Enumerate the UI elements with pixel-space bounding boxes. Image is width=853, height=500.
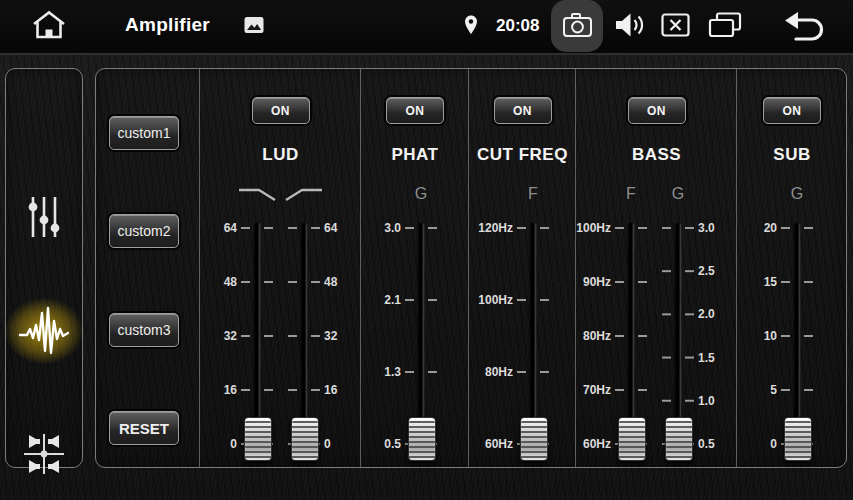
lud-left-scale: 64 48 32 16 0	[191, 221, 237, 451]
scale-label: 2.0	[698, 307, 715, 321]
scale-label: 16	[224, 383, 237, 397]
lud-slider-right: 64 48 32 16 0	[244, 181, 364, 467]
scale-label: 70Hz	[583, 383, 611, 397]
gain-header: G	[737, 185, 853, 203]
home-icon[interactable]	[30, 9, 68, 45]
scale-label: 48	[224, 275, 237, 289]
scale-label: 3.0	[384, 221, 401, 235]
scale-label: 2.5	[698, 264, 715, 278]
channel-bass: ON BASS F 100Hz 90Hz 80Hz 70Hz 60Hz G 3.…	[575, 69, 737, 467]
close-window-icon[interactable]	[661, 13, 690, 41]
scale-label: 1.0	[698, 394, 715, 408]
volume-icon[interactable]	[613, 11, 645, 42]
custom3-button[interactable]: custom3	[109, 313, 179, 347]
waveform-icon	[18, 303, 70, 359]
scale-label: 48	[324, 275, 337, 289]
scale-label: 32	[324, 329, 337, 343]
scale-label: 15	[764, 275, 777, 289]
scale-label: 100Hz	[478, 293, 513, 307]
scale-label: 0.5	[384, 437, 401, 451]
scale-label: 60Hz	[583, 437, 611, 451]
cutfreq-title: CUT FREQ	[469, 145, 576, 165]
scale-label: 5	[770, 383, 777, 397]
custom2-button[interactable]: custom2	[109, 214, 179, 248]
scale-label: 0	[230, 437, 237, 451]
sub-title: SUB	[737, 145, 847, 165]
reset-button[interactable]: RESET	[109, 411, 179, 445]
scale-label: 32	[224, 329, 237, 343]
scale-label: 20	[764, 221, 777, 235]
clock: 20:08	[496, 16, 539, 36]
sub-on-button[interactable]: ON	[763, 97, 821, 124]
bass-gain-slider-knob[interactable]	[665, 417, 693, 461]
scale-label: 90Hz	[583, 275, 611, 289]
scale-label: 0.5	[698, 437, 715, 451]
scale-label: 1.3	[384, 365, 401, 379]
phat-title: PHAT	[361, 145, 469, 165]
presets-column: custom1 custom2 custom3 RESET	[96, 69, 199, 467]
location-icon[interactable]	[463, 14, 479, 39]
tick-marks	[405, 227, 414, 445]
gain-header: G	[618, 185, 738, 203]
tick-marks	[540, 227, 549, 445]
scale-label: 16	[324, 383, 337, 397]
cutfreq-slider-knob[interactable]	[520, 417, 548, 461]
phat-gain-slider: G 3.0 2.1 1.3 0.5	[361, 181, 481, 467]
tick-marks	[288, 227, 297, 445]
bass-gain-slider: G 3.0 2.5 2.0 1.5 1.0 0.5	[618, 181, 738, 467]
scale-label: 3.0	[698, 221, 715, 235]
status-bar: Amplifier 20:08	[0, 0, 853, 55]
scale-label: 100Hz	[576, 221, 611, 235]
scale-label: 120Hz	[478, 221, 513, 235]
channel-cutfreq: ON CUT FREQ F 120Hz 100Hz 80Hz 60Hz	[468, 69, 576, 467]
lud-title: LUD	[200, 145, 361, 165]
scale-label: 1.5	[698, 351, 715, 365]
phat-on-button[interactable]: ON	[386, 97, 444, 124]
tick-marks	[428, 227, 437, 445]
channel-lud: ON LUD 64 48 32 16 0	[199, 69, 361, 467]
tick-marks	[311, 227, 320, 445]
scale-label: 80Hz	[583, 329, 611, 343]
channel-sub: ON SUB G 20 15 10 5 0	[736, 69, 847, 467]
tick-marks	[685, 227, 694, 445]
tick-marks	[804, 227, 813, 445]
tick-marks	[662, 227, 671, 445]
page-title: Amplifier	[125, 14, 210, 36]
gain-header: G	[361, 185, 481, 203]
sub-slider-knob[interactable]	[784, 417, 812, 461]
phat-slider-knob[interactable]	[408, 417, 436, 461]
bass-freq-scale: 100Hz 90Hz 80Hz 70Hz 60Hz	[565, 221, 611, 451]
equalizer-sliders-icon	[26, 195, 62, 239]
shelf-curve-up-icon	[244, 185, 364, 207]
back-icon[interactable]	[782, 10, 828, 44]
scale-label: 64	[224, 221, 237, 235]
camera-icon[interactable]	[562, 12, 593, 42]
scale-label: 60Hz	[485, 437, 513, 451]
scale-label: 0	[770, 437, 777, 451]
scale-label: 10	[764, 329, 777, 343]
tick-marks	[781, 227, 790, 445]
image-icon[interactable]	[244, 16, 264, 37]
scale-label: 0	[324, 437, 331, 451]
cutfreq-on-button[interactable]: ON	[494, 97, 552, 124]
channel-phat: ON PHAT G 3.0 2.1 1.3 0.5	[360, 69, 469, 467]
recent-apps-icon[interactable]	[708, 11, 742, 42]
sub-scale: 20 15 10 5 0	[731, 221, 777, 451]
sidebar-item-balance-fader[interactable]	[22, 431, 66, 477]
mode-sidebar	[5, 68, 83, 468]
scale-label: 64	[324, 221, 337, 235]
sidebar-item-equalizer[interactable]	[26, 195, 62, 239]
lud-right-slider-knob[interactable]	[291, 417, 319, 461]
amplifier-screen: { "topbar": { "title": "Amplifier", "tim…	[0, 0, 853, 500]
custom1-button[interactable]: custom1	[109, 116, 179, 150]
bass-on-button[interactable]: ON	[628, 97, 686, 124]
amplifier-panel: custom1 custom2 custom3 RESET ON LUD 64 …	[95, 68, 847, 468]
scale-label: 80Hz	[485, 365, 513, 379]
bass-title: BASS	[576, 145, 737, 165]
lud-on-button[interactable]: ON	[252, 97, 310, 124]
scale-label: 2.1	[384, 293, 401, 307]
tick-marks	[517, 227, 526, 445]
speakers-balance-icon	[22, 431, 66, 477]
sidebar-item-amplifier[interactable]	[18, 303, 70, 359]
phat-scale: 3.0 2.1 1.3 0.5	[355, 221, 401, 451]
